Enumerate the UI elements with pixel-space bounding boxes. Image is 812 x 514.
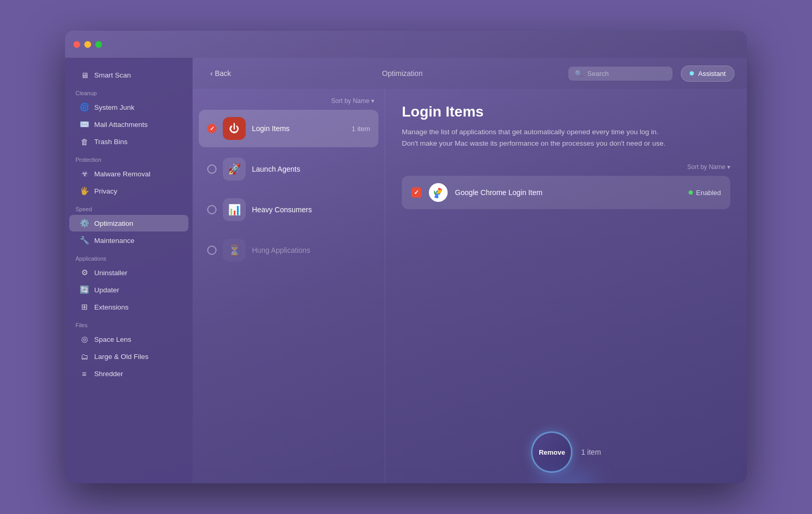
sidebar-item-label: Updater xyxy=(94,286,119,294)
sidebar-item-label: Optimization xyxy=(94,220,133,227)
left-panel: Sort by Name ▾ ⏻ Login Items 1 item xyxy=(193,89,385,483)
heavy-consumers-radio[interactable] xyxy=(207,205,217,214)
sidebar-item-label: Privacy xyxy=(94,187,117,195)
assistant-label: Assistant xyxy=(698,70,726,78)
sidebar-item-system-junk[interactable]: 🌀 System Junk xyxy=(69,99,188,115)
system-junk-icon: 🌀 xyxy=(80,102,89,112)
app-window: 🖥 Smart Scan Cleanup 🌀 System Junk ✉️ Ma… xyxy=(65,31,747,483)
sidebar-item-extensions[interactable]: ⊞ Extensions xyxy=(69,299,188,315)
sidebar-item-shredder[interactable]: ≡ Shredder xyxy=(69,365,188,382)
mail-icon: ✉️ xyxy=(80,120,89,129)
section-label-protection: Protection xyxy=(65,150,193,165)
sidebar-item-label: Extensions xyxy=(94,303,129,311)
login-items-count: 1 item xyxy=(352,125,370,133)
shredder-icon: ≡ xyxy=(80,369,89,378)
chevron-left-icon: ‹ xyxy=(210,69,213,78)
enabled-badge: Enabled xyxy=(689,189,721,197)
heavy-consumers-icon: 📊 xyxy=(223,198,246,221)
maximize-button[interactable] xyxy=(95,41,102,48)
chrome-item-name: Google Chrome Login Item xyxy=(455,188,681,197)
traffic-lights xyxy=(73,41,102,48)
sidebar-item-label: Shredder xyxy=(94,370,123,378)
sidebar-item-label: Uninstaller xyxy=(94,269,128,277)
optimization-icon: ⚙️ xyxy=(80,219,89,228)
chrome-icon xyxy=(429,183,448,202)
list-item-hung-applications[interactable]: ⏳ Hung Applications xyxy=(199,232,378,269)
content-area: ‹ Back Optimization 🔍 Assistant xyxy=(193,58,747,483)
back-label: Back xyxy=(215,69,231,78)
maintenance-icon: 🔧 xyxy=(80,236,89,245)
sidebar-item-label: System Junk xyxy=(94,104,134,111)
updater-icon: 🔄 xyxy=(80,285,89,294)
detail-title: Login Items xyxy=(402,104,730,120)
section-label-applications: Applications xyxy=(65,249,193,264)
malware-icon: ☣ xyxy=(80,169,89,178)
search-icon: 🔍 xyxy=(575,70,583,78)
uninstaller-icon: ⚙ xyxy=(80,268,89,277)
heavy-consumers-label: Heavy Consumers xyxy=(252,205,370,214)
hung-applications-icon: ⏳ xyxy=(223,239,246,262)
assistant-button[interactable]: Assistant xyxy=(681,66,734,82)
hung-applications-radio[interactable] xyxy=(207,246,217,255)
search-box[interactable]: 🔍 xyxy=(568,67,673,81)
launch-agents-radio[interactable] xyxy=(207,164,217,174)
back-button[interactable]: ‹ Back xyxy=(205,66,236,81)
sidebar: 🖥 Smart Scan Cleanup 🌀 System Junk ✉️ Ma… xyxy=(65,58,193,483)
list-item-heavy-consumers[interactable]: 📊 Heavy Consumers xyxy=(199,191,378,228)
page-title: Optimization xyxy=(245,69,560,78)
list-item-login-items[interactable]: ⏻ Login Items 1 item xyxy=(199,110,378,147)
monitor-icon: 🖥 xyxy=(80,70,89,80)
sidebar-item-updater[interactable]: 🔄 Updater xyxy=(69,281,188,298)
space-lens-icon: ◎ xyxy=(80,335,89,344)
sort-bar-right[interactable]: Sort by Name ▾ xyxy=(402,163,730,171)
privacy-icon: 🖐 xyxy=(80,186,89,196)
bottom-glow xyxy=(535,473,598,483)
detail-item-chrome[interactable]: Google Chrome Login Item Enabled xyxy=(402,176,730,209)
sidebar-item-space-lens[interactable]: ◎ Space Lens xyxy=(69,331,188,348)
sidebar-item-mail-attachments[interactable]: ✉️ Mail Attachments xyxy=(69,116,188,133)
detail-description: Manage the list of applications that get… xyxy=(402,126,673,149)
minimize-button[interactable] xyxy=(84,41,91,48)
list-item-launch-agents[interactable]: 🚀 Launch Agents xyxy=(199,150,378,188)
section-label-cleanup: Cleanup xyxy=(65,84,193,98)
titlebar xyxy=(65,31,747,58)
sidebar-item-trash-bins[interactable]: 🗑 Trash Bins xyxy=(69,133,188,150)
login-items-radio[interactable] xyxy=(207,124,217,133)
hung-applications-label: Hung Applications xyxy=(252,246,370,254)
close-button[interactable] xyxy=(73,41,80,48)
sidebar-item-label: Smart Scan xyxy=(94,71,131,79)
extensions-icon: ⊞ xyxy=(80,302,89,312)
trash-icon: 🗑 xyxy=(80,137,89,146)
launch-agents-icon: 🚀 xyxy=(223,158,246,181)
sidebar-item-label: Trash Bins xyxy=(94,138,128,146)
sidebar-item-malware-removal[interactable]: ☣ Malware Removal xyxy=(69,165,188,182)
search-input[interactable] xyxy=(587,70,666,78)
enabled-label: Enabled xyxy=(696,189,721,197)
sidebar-item-label: Malware Removal xyxy=(94,170,150,178)
sidebar-item-privacy[interactable]: 🖐 Privacy xyxy=(69,183,188,199)
remove-item-count: 1 item xyxy=(581,448,601,456)
sidebar-item-optimization[interactable]: ⚙️ Optimization xyxy=(69,215,188,232)
chrome-checkbox[interactable] xyxy=(411,187,422,198)
sidebar-item-smart-scan[interactable]: 🖥 Smart Scan xyxy=(69,67,188,83)
sidebar-item-maintenance[interactable]: 🔧 Maintenance xyxy=(69,232,188,249)
bottom-action-bar: Remove 1 item xyxy=(385,421,747,483)
section-label-speed: Speed xyxy=(65,200,193,214)
large-files-icon: 🗂 xyxy=(80,352,89,361)
sidebar-item-label: Mail Attachments xyxy=(94,121,148,128)
assistant-status-dot xyxy=(690,71,694,75)
section-label-files: Files xyxy=(65,316,193,330)
sidebar-item-label: Space Lens xyxy=(94,336,131,343)
top-bar: ‹ Back Optimization 🔍 Assistant xyxy=(193,58,747,89)
login-items-label: Login Items xyxy=(252,124,346,133)
sort-bar-left[interactable]: Sort by Name ▾ xyxy=(199,97,378,107)
sidebar-item-label: Maintenance xyxy=(94,237,134,245)
sidebar-item-label: Large & Old Files xyxy=(94,353,148,361)
remove-button[interactable]: Remove xyxy=(531,431,573,473)
sidebar-item-large-old-files[interactable]: 🗂 Large & Old Files xyxy=(69,348,188,365)
remove-label: Remove xyxy=(539,448,565,456)
sidebar-item-uninstaller[interactable]: ⚙ Uninstaller xyxy=(69,264,188,281)
launch-agents-label: Launch Agents xyxy=(252,165,370,173)
main-layout: 🖥 Smart Scan Cleanup 🌀 System Junk ✉️ Ma… xyxy=(65,58,747,483)
enabled-status-dot xyxy=(689,190,693,195)
